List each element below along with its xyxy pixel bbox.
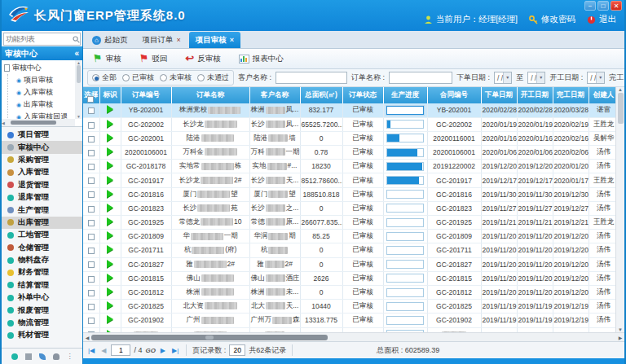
change-password-button[interactable]: 修改密码 bbox=[529, 14, 575, 25]
maximize-button[interactable]: □ bbox=[597, 1, 609, 11]
column-header-8[interactable]: 合同编号 bbox=[427, 87, 481, 103]
start-date-picker[interactable]: / /▾ bbox=[587, 72, 605, 84]
row-checkbox[interactable] bbox=[88, 107, 95, 114]
row-checkbox[interactable] bbox=[88, 331, 95, 332]
row-checkbox[interactable] bbox=[88, 290, 95, 296]
column-header-12[interactable]: 创建人 bbox=[589, 87, 619, 103]
order-name-input[interactable] bbox=[389, 72, 452, 84]
sidebar-item-3[interactable]: 入库管理 bbox=[2, 166, 82, 178]
scroll-right-icon[interactable]: ▶ bbox=[616, 335, 624, 340]
row-checkbox[interactable] bbox=[88, 122, 95, 129]
logout-button[interactable]: 退出 bbox=[587, 14, 616, 25]
page-number-input[interactable] bbox=[111, 344, 130, 356]
table-row[interactable]: GC-201917长沙龙2#长沙天...8512.78600...已审核GC-2… bbox=[83, 173, 619, 187]
page-size-input[interactable] bbox=[229, 344, 245, 356]
toolbar-button-0[interactable]: ⚑审核 bbox=[90, 52, 125, 66]
row-checkbox[interactable] bbox=[88, 150, 95, 156]
table-row[interactable]: GC-201711杭(府)杭0已审核GC-2017112019/11/20201… bbox=[83, 243, 619, 257]
order-date-to-picker[interactable]: / /▾ bbox=[527, 72, 545, 84]
tree-node-root[interactable]: 审核中心 bbox=[4, 62, 75, 74]
sidebar-item-16[interactable]: 耗材管理 bbox=[2, 329, 82, 341]
sidebar-item-10[interactable]: 物料盘存 bbox=[2, 254, 82, 266]
sidebar-item-11[interactable]: 财务管理 bbox=[2, 266, 82, 278]
customer-name-input[interactable] bbox=[276, 72, 347, 84]
toolbar-button-3[interactable]: 报表中心 bbox=[236, 52, 287, 66]
column-header-2[interactable]: 订单编号 bbox=[121, 87, 171, 103]
row-checkbox[interactable] bbox=[88, 164, 95, 170]
go-button[interactable]: GO bbox=[145, 347, 155, 354]
close-button[interactable]: ✕ bbox=[611, 1, 622, 11]
function-search-input[interactable] bbox=[4, 35, 73, 43]
row-checkbox[interactable] bbox=[88, 248, 95, 254]
sidebar-item-14[interactable]: 报废管理 bbox=[2, 304, 82, 316]
tree-node-2[interactable]: ◉出库审核 bbox=[16, 99, 75, 111]
more-icon[interactable]: ⋮ bbox=[67, 353, 73, 360]
column-header-11[interactable]: 完工日期 bbox=[553, 87, 589, 103]
scrollbar-thumb[interactable] bbox=[91, 335, 328, 340]
row-checkbox[interactable] bbox=[88, 234, 95, 240]
tab-0[interactable]: ⌂起始页 bbox=[86, 32, 134, 48]
calendar-dropdown-icon[interactable]: ▾ bbox=[536, 72, 544, 83]
row-checkbox[interactable] bbox=[88, 318, 95, 324]
tree-horizontal-scrollbar[interactable]: ◀ bbox=[2, 119, 75, 126]
column-header-4[interactable]: 客户名称 bbox=[249, 87, 300, 103]
first-page-button[interactable]: |◀ bbox=[86, 347, 96, 354]
scroll-left-icon[interactable]: ◀ bbox=[83, 335, 91, 340]
status-radio-3[interactable]: 未通过 bbox=[197, 72, 229, 83]
table-row[interactable]: GC-201809华一期华润期85.25已审核GC-2018092019/11/… bbox=[83, 230, 619, 243]
toolbar-button-1[interactable]: ⚑驳回 bbox=[136, 52, 171, 66]
sidebar-item-12[interactable]: 结算管理 bbox=[2, 279, 82, 292]
sidebar-item-8[interactable]: 工地管理 bbox=[2, 229, 82, 241]
status-radio-2[interactable]: 未审核 bbox=[160, 72, 192, 83]
column-header-5[interactable]: 总面积(㎡) bbox=[300, 87, 342, 103]
table-row[interactable]: GC-201925常德龙10常德原...266077.835...已审核GC-2… bbox=[83, 216, 619, 230]
status-radio-0[interactable]: 全部 bbox=[92, 72, 117, 83]
status-radio-1[interactable]: 已审核 bbox=[122, 72, 154, 83]
minimize-button[interactable]: − bbox=[584, 1, 596, 11]
scroll-down-icon[interactable]: ▼ bbox=[618, 327, 623, 332]
toolbar-button-2[interactable]: ↩反审核 bbox=[182, 52, 223, 66]
sidebar-item-0[interactable]: 项目管理 bbox=[2, 129, 82, 141]
table-row[interactable]: GC-202001陆港陆港墙0已审核202001160012020/01/162… bbox=[83, 131, 619, 145]
column-header-3[interactable]: 订单名称 bbox=[171, 87, 249, 103]
sidebar-item-1[interactable]: 审核中心 bbox=[2, 141, 82, 153]
table-row[interactable]: GC-201816厦门望厦门望188510.818已审核GC-201816201… bbox=[83, 187, 619, 201]
last-page-button[interactable]: ▶| bbox=[170, 347, 180, 354]
table-row[interactable]: YB-202001株洲党校株洲凤...832.177已审核YB-20200120… bbox=[83, 103, 619, 117]
sidebar-item-15[interactable]: 物流管理 bbox=[2, 317, 82, 329]
table-row[interactable]: GC-201823长沙苑长沙之...0已审核GC-2018232019/11/2… bbox=[83, 201, 619, 215]
table-row[interactable]: GC-201827雅2#雅2#0已审核GC-2018272019/11/2020… bbox=[83, 257, 619, 271]
dot-icon[interactable] bbox=[11, 353, 18, 360]
row-checkbox[interactable] bbox=[88, 220, 95, 226]
column-header-0[interactable]: 选择 bbox=[83, 87, 99, 103]
table-row[interactable]: GC-201902广州广州万森林13318.775已审核GC-201902201… bbox=[83, 314, 619, 327]
table-row-partial[interactable] bbox=[83, 327, 619, 332]
current-user[interactable]: 当前用户：经理[经理] bbox=[424, 14, 518, 25]
leaf-icon[interactable] bbox=[39, 353, 46, 360]
tab-2[interactable]: 项目审核× bbox=[189, 32, 240, 48]
tree-vertical-scrollbar[interactable]: ▲▼ bbox=[75, 60, 82, 119]
scroll-left-icon[interactable]: ◀ bbox=[2, 121, 5, 125]
sidebar-item-6[interactable]: 生产管理 bbox=[2, 204, 82, 216]
calendar-dropdown-icon[interactable]: ▾ bbox=[503, 72, 511, 83]
column-header-10[interactable]: 开工日期 bbox=[517, 87, 553, 103]
sidebar-item-2[interactable]: 采购管理 bbox=[2, 154, 82, 166]
prev-page-button[interactable]: ◀ bbox=[99, 347, 108, 354]
sidebar-item-4[interactable]: 退货管理 bbox=[2, 179, 82, 191]
grid-horizontal-scrollbar[interactable]: ◀ ▶ bbox=[83, 332, 624, 341]
person-icon[interactable] bbox=[53, 353, 60, 360]
table-row[interactable]: GC-201815佛山佛山酒庄2626已审核GC-2018152019/11/2… bbox=[83, 271, 619, 285]
order-date-from-picker[interactable]: / /▾ bbox=[494, 72, 512, 84]
table-row[interactable]: GC-201812株洲株洲未...0已审核GC-2018122019/11/20… bbox=[83, 285, 619, 299]
row-checkbox[interactable] bbox=[88, 136, 95, 143]
row-checkbox[interactable] bbox=[88, 191, 95, 198]
tab-1[interactable]: 项目订单× bbox=[136, 32, 187, 48]
cart-icon[interactable] bbox=[25, 353, 32, 360]
row-checkbox[interactable] bbox=[88, 261, 95, 268]
column-header-1[interactable]: 标识 bbox=[99, 87, 121, 103]
table-row[interactable]: GC-202002长沙龙长沙凤...65525.7200...已审核GC-202… bbox=[83, 117, 619, 131]
scroll-up-icon[interactable]: ▲ bbox=[618, 87, 623, 92]
next-page-button[interactable]: ▶ bbox=[159, 347, 167, 354]
calendar-dropdown-icon[interactable]: ▾ bbox=[596, 72, 604, 83]
row-checkbox[interactable] bbox=[88, 206, 95, 213]
